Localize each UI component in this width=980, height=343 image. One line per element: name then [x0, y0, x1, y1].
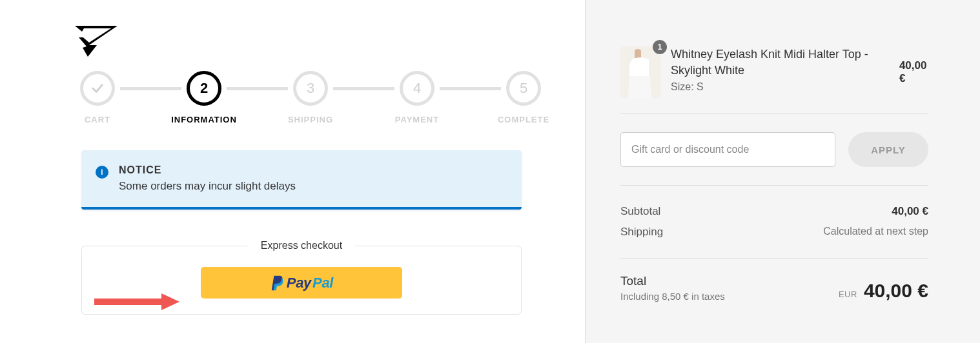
step-connector — [227, 87, 288, 90]
subtotal-label: Subtotal — [620, 205, 660, 218]
total-currency: EUR — [839, 289, 857, 299]
paypal-pay-text: Pay — [287, 275, 311, 291]
checkout-stepper: CART 2 INFORMATION 3 SHIPPING 4 PAYMENT … — [75, 71, 546, 124]
step-label: INFORMATION — [171, 115, 237, 124]
step-number: 2 — [187, 71, 221, 106]
product-option: Size: S — [671, 81, 889, 93]
step-complete[interactable]: 5 COMPLETE — [501, 71, 546, 124]
paypal-pal-text: Pal — [312, 275, 333, 291]
step-number: 3 — [293, 71, 328, 106]
tax-note: Including 8,50 € in taxes — [620, 291, 725, 302]
express-checkout-section: Express checkout PayPal — [81, 246, 522, 315]
check-icon — [90, 81, 105, 95]
step-information[interactable]: 2 INFORMATION — [181, 71, 227, 124]
summary-section: Subtotal 40,00 € Shipping Calculated at … — [620, 186, 928, 259]
info-icon: i — [96, 166, 108, 179]
total-row: Total Including 8,50 € in taxes EUR 40,0… — [620, 259, 928, 302]
step-connector — [120, 87, 181, 90]
subtotal-value: 40,00 € — [892, 205, 928, 218]
express-legend: Express checkout — [248, 240, 355, 251]
notice-body: Some orders may incur slight delays — [119, 180, 296, 193]
step-connector — [440, 87, 501, 90]
step-label: PAYMENT — [395, 115, 439, 124]
promo-row: APPLY — [620, 114, 928, 186]
apply-button[interactable]: APPLY — [848, 132, 928, 167]
total-amount: 40,00 € — [864, 280, 928, 302]
product-thumbnail — [620, 46, 660, 98]
quantity-badge: 1 — [653, 40, 667, 54]
step-label: SHIPPING — [288, 115, 333, 124]
discount-input[interactable] — [620, 132, 835, 167]
step-number: 4 — [400, 71, 434, 106]
notice-title: NOTICE — [119, 164, 296, 176]
cart-item: 1 Whitney Eyelash Knit Midi Halter Top -… — [620, 46, 928, 114]
step-cart[interactable]: CART — [75, 71, 120, 124]
product-title: Whitney Eyelash Knit Midi Halter Top - S… — [671, 46, 889, 79]
step-number: 5 — [506, 71, 541, 106]
shipping-value: Calculated at next step — [823, 226, 928, 239]
paypal-icon — [270, 275, 285, 291]
order-summary-sidebar: 1 Whitney Eyelash Knit Midi Halter Top -… — [586, 0, 980, 343]
shipping-label: Shipping — [620, 226, 663, 239]
product-price: 40,00 € — [899, 59, 928, 85]
step-connector — [333, 87, 394, 90]
step-shipping[interactable]: 3 SHIPPING — [288, 71, 333, 124]
brand-logo — [75, 26, 546, 61]
step-label: COMPLETE — [498, 115, 549, 124]
step-label: CART — [85, 115, 110, 124]
notice-banner: i NOTICE Some orders may incur slight de… — [81, 150, 522, 210]
total-label: Total — [620, 274, 725, 288]
paypal-button[interactable]: PayPal — [201, 267, 402, 299]
step-payment[interactable]: 4 PAYMENT — [394, 71, 440, 124]
